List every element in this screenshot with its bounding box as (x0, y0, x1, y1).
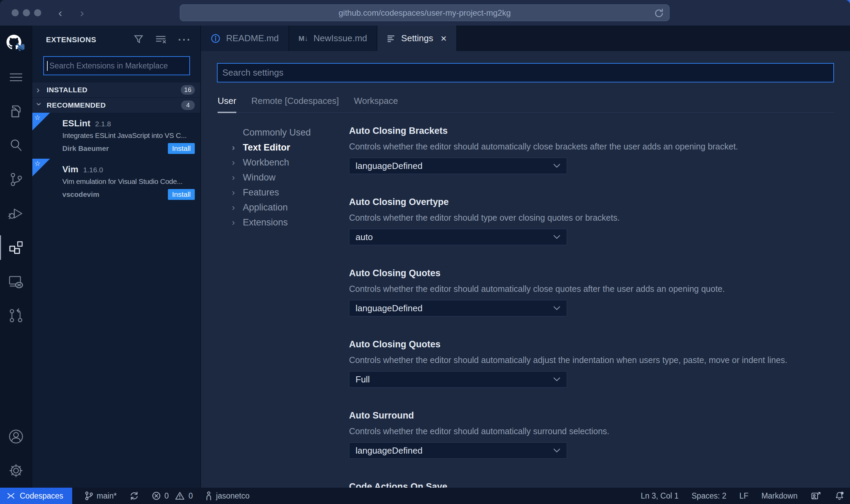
editor-area: README.md M↓ NewIssue.md S (201, 26, 850, 488)
indentation-item[interactable]: Spaces: 2 (692, 491, 726, 501)
window-control-dot[interactable] (34, 9, 41, 16)
filter-icon[interactable] (133, 34, 144, 46)
toc-item-application[interactable]: ›Application (232, 200, 349, 215)
person-icon (205, 491, 212, 501)
tab-readme[interactable]: README.md (201, 26, 289, 51)
toc-item-commonly-used[interactable]: Commonly Used (232, 125, 349, 140)
address-bar[interactable]: github.com/codespaces/user-my-project-mg… (180, 4, 670, 21)
extension-version: 1.16.0 (83, 166, 103, 174)
setting-title: Code Actions On Save (349, 481, 834, 488)
explorer-icon[interactable] (0, 94, 32, 128)
tab-newissue[interactable]: M↓ NewIssue.md (289, 26, 378, 51)
setting-description: Controls whether the editor should autom… (349, 425, 834, 437)
extensions-search-input[interactable] (44, 61, 189, 70)
sync-icon (129, 491, 139, 501)
setting-dropdown[interactable]: languageDefined (349, 442, 567, 459)
feedback-icon[interactable] (810, 491, 821, 501)
chevron-down-icon (553, 306, 561, 311)
window-controls (12, 9, 41, 16)
install-button[interactable]: Install (168, 143, 195, 154)
menu-icon[interactable] (0, 60, 32, 94)
remote-explorer-icon[interactable] (0, 265, 32, 299)
settings-list: Auto Closing Brackets Controls whether t… (349, 125, 834, 488)
clear-extensions-icon[interactable] (155, 34, 167, 46)
setting-title: Auto Surround (349, 410, 834, 421)
extensions-icon[interactable] (0, 231, 32, 265)
sync-status-item[interactable] (129, 491, 139, 501)
chevron-right-icon: › (232, 219, 238, 226)
warnings-icon (175, 491, 185, 501)
errors-icon (152, 491, 161, 501)
recommended-count-badge: 4 (181, 100, 195, 110)
account-icon[interactable] (0, 420, 32, 454)
setting-row-auto-closing-overtype: Auto Closing Overtype Controls whether t… (349, 196, 834, 245)
tab-settings[interactable]: Settings × (377, 26, 457, 51)
extensions-search-box[interactable] (43, 56, 190, 75)
sidebar-section-installed[interactable]: › INSTALLED 16 (32, 82, 200, 97)
chevron-right-icon: › (232, 144, 238, 151)
setting-dropdown[interactable]: languageDefined (349, 300, 567, 316)
extension-name: ESLint (62, 118, 90, 129)
setting-dropdown[interactable]: auto (349, 229, 567, 245)
settings-list-icon (387, 34, 396, 43)
markdown-icon: M↓ (299, 34, 308, 43)
text-caret (47, 61, 48, 71)
extension-version: 2.1.8 (95, 120, 111, 128)
browser-chrome: ‹ › github.com/codespaces/user-my-projec… (0, 0, 850, 26)
chevron-right-icon: › (232, 159, 238, 166)
setting-title: Auto Closing Quotes (349, 267, 834, 279)
pull-request-icon[interactable] (0, 299, 32, 333)
toc-item-workbench[interactable]: ›Workbench (232, 155, 349, 170)
setting-dropdown[interactable]: Full (349, 371, 567, 388)
scope-tab-user[interactable]: User (218, 94, 236, 112)
remote-icon (6, 491, 16, 501)
notifications-bell-icon[interactable] (834, 491, 845, 501)
scope-tab-workspace[interactable]: Workspace (354, 94, 398, 112)
setting-title: Auto Closing Overtype (349, 196, 834, 208)
url-text[interactable]: github.com/codespaces/user-my-project-mg… (339, 8, 511, 18)
window-control-dot[interactable] (12, 9, 19, 16)
git-branch-icon (84, 491, 93, 501)
setting-dropdown[interactable]: languageDefined (349, 158, 567, 174)
chevron-down-icon (553, 163, 561, 168)
settings-search-input[interactable] (218, 67, 833, 78)
window-control-dot[interactable] (23, 9, 30, 16)
extension-name: Vim (62, 164, 78, 175)
setting-description: Controls whether the editor should autom… (349, 283, 834, 295)
branch-status-item[interactable]: main* (84, 491, 117, 501)
extension-list-item-eslint[interactable]: ☆ ESLint 2.1.8 Integrates ESLint JavaScr… (32, 113, 200, 159)
extension-list-item-vim[interactable]: ☆ Vim 1.16.0 Vim emulation for Visual St… (32, 159, 200, 205)
scope-tab-remote[interactable]: Remote [Codespaces] (251, 94, 339, 112)
toc-item-extensions[interactable]: ›Extensions (232, 215, 349, 230)
cursor-position-item[interactable]: Ln 3, Col 1 (641, 491, 679, 501)
search-icon[interactable] (0, 128, 32, 162)
settings-search-box[interactable] (217, 63, 834, 82)
chevron-right-icon: › (232, 204, 238, 211)
source-control-icon[interactable] (0, 162, 32, 196)
problems-status-item[interactable]: 0 0 (152, 491, 193, 501)
language-mode-item[interactable]: Markdown (761, 491, 798, 501)
extension-publisher: Dirk Baeumer (62, 144, 109, 153)
run-debug-icon[interactable] (0, 196, 32, 231)
setting-description: Controls whether the editor should autom… (349, 354, 834, 366)
browser-forward-button[interactable]: › (76, 6, 88, 19)
settings-gear-icon[interactable] (0, 454, 32, 488)
activity-bar (0, 26, 32, 488)
reload-icon[interactable] (654, 8, 664, 20)
sidebar-section-recommended[interactable]: › RECOMMENDED 4 (32, 97, 200, 113)
browser-back-button[interactable]: ‹ (54, 6, 66, 19)
app-window: ‹ › github.com/codespaces/user-my-projec… (0, 0, 850, 504)
toc-item-features[interactable]: ›Features (232, 185, 349, 200)
toc-item-text-editor[interactable]: ›Text Editor (232, 140, 349, 155)
installed-count-badge: 16 (181, 85, 195, 95)
eol-item[interactable]: LF (739, 491, 749, 501)
user-status-item[interactable]: jasonetco (205, 491, 249, 501)
chevron-right-icon: › (232, 189, 238, 196)
codespaces-remote-button[interactable]: Codespaces (0, 488, 72, 504)
close-icon[interactable]: × (441, 34, 447, 43)
setting-description: Controls whether the editor should type … (349, 212, 834, 223)
active-view-indicator (0, 235, 1, 260)
install-button[interactable]: Install (168, 189, 195, 200)
more-actions-icon[interactable]: ··· (178, 36, 191, 43)
toc-item-window[interactable]: ›Window (232, 170, 349, 185)
